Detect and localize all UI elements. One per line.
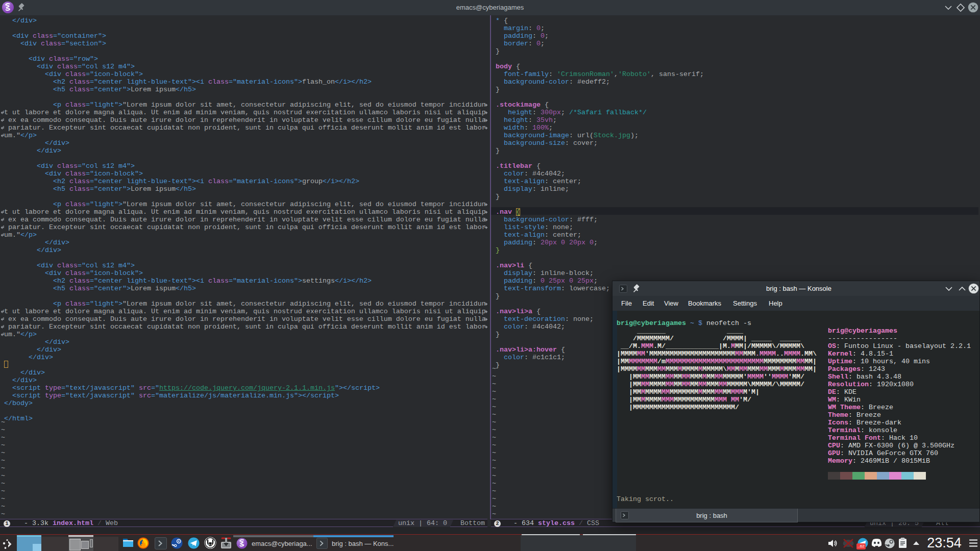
svg-text:BLE: BLE [208,543,212,546]
